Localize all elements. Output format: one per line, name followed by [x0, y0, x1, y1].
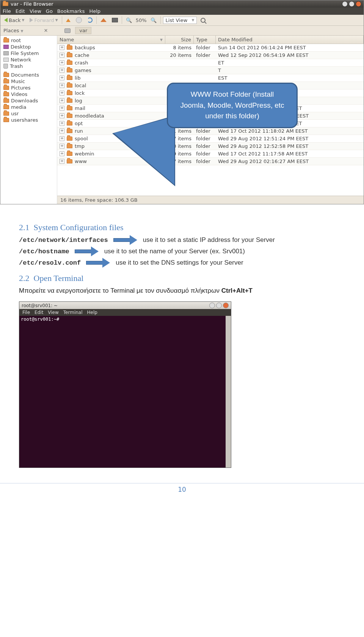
- breadcrumb[interactable]: var: [75, 27, 91, 34]
- col-date[interactable]: Date Modified: [216, 36, 364, 44]
- home-button[interactable]: [99, 17, 108, 23]
- file-name: run: [75, 128, 83, 134]
- maximize-icon[interactable]: [349, 1, 355, 7]
- folder-icon: [3, 86, 9, 90]
- menu-file[interactable]: File: [22, 310, 30, 315]
- maximize-icon[interactable]: [216, 303, 222, 308]
- annotation-callout: WWW Root Folder (Install Joomla, Moodle,…: [167, 83, 298, 128]
- expand-icon[interactable]: +: [60, 75, 64, 80]
- minimize-icon[interactable]: [209, 303, 215, 308]
- arrow-right-icon: [30, 18, 33, 22]
- sidebar-item-usershares[interactable]: usershares: [0, 117, 57, 123]
- config-path: /etc/hostname: [19, 248, 69, 255]
- config-row: /etc/hostname use it to set the name of …: [19, 248, 345, 255]
- file-size: 20 items: [165, 52, 194, 59]
- window-titlebar[interactable]: var - File Browser: [0, 0, 364, 8]
- menu-help[interactable]: Help: [89, 8, 100, 14]
- col-size[interactable]: Size: [165, 36, 194, 44]
- close-icon[interactable]: [356, 1, 361, 7]
- terminal-body[interactable]: root@srv001:~#: [19, 316, 231, 468]
- menu-help[interactable]: Help: [87, 310, 97, 315]
- col-name[interactable]: Name: [60, 37, 74, 42]
- menu-terminal[interactable]: Terminal: [63, 310, 83, 315]
- drive-icon[interactable]: [64, 28, 71, 33]
- expand-icon[interactable]: +: [60, 68, 64, 73]
- trash-icon: [3, 64, 8, 69]
- expand-icon[interactable]: +: [60, 113, 64, 118]
- search-button[interactable]: [199, 17, 207, 24]
- up-button[interactable]: [64, 18, 72, 23]
- menu-go[interactable]: Go: [46, 8, 53, 14]
- expand-icon[interactable]: +: [60, 45, 64, 50]
- sidebar-item-network[interactable]: Network: [0, 56, 57, 63]
- close-icon[interactable]: [223, 303, 229, 308]
- computer-button[interactable]: [110, 17, 119, 23]
- expand-icon[interactable]: +: [60, 53, 64, 58]
- table-row[interactable]: +crashET: [57, 59, 364, 67]
- sidebar-item-videos[interactable]: Videos: [0, 91, 57, 97]
- close-panel-icon[interactable]: ✕: [44, 28, 48, 33]
- sidebar-item-root[interactable]: root: [0, 37, 57, 44]
- folder-icon: [67, 99, 72, 103]
- sidebar-item-usr[interactable]: usr: [0, 110, 57, 117]
- file-size: [165, 74, 194, 82]
- file-date: Wed 29 Aug 2012 12:52:58 PM EEST: [216, 143, 364, 150]
- expand-icon[interactable]: +: [60, 98, 64, 103]
- forward-button[interactable]: Forward ▼: [28, 17, 59, 24]
- expand-icon[interactable]: +: [60, 136, 64, 141]
- terminal-prompt: root@srv001:~#: [21, 317, 59, 322]
- expand-icon[interactable]: +: [60, 121, 64, 126]
- expand-icon[interactable]: +: [60, 159, 64, 164]
- zoom-level: 50%: [136, 17, 147, 23]
- table-row[interactable]: +backups8 itemsfolderSun 14 Oct 2012 06:…: [57, 44, 364, 52]
- column-headers[interactable]: Name▼ Size Type Date Modified: [57, 36, 364, 44]
- back-button[interactable]: Back ▼: [3, 17, 26, 24]
- expand-icon[interactable]: +: [60, 106, 64, 111]
- table-row[interactable]: +gamesT: [57, 67, 364, 74]
- reload-button[interactable]: [86, 17, 94, 24]
- sidebar-item-filesystem[interactable]: File System: [0, 50, 57, 56]
- menu-view[interactable]: View: [48, 310, 58, 315]
- expand-icon[interactable]: +: [60, 91, 64, 96]
- expand-icon[interactable]: +: [60, 129, 64, 133]
- table-row[interactable]: +cache20 itemsfolderWed 12 Sep 2012 06:5…: [57, 52, 364, 59]
- expand-icon[interactable]: +: [60, 144, 64, 149]
- sidebar-item-trash[interactable]: Trash: [0, 63, 57, 69]
- table-row[interactable]: +webmin9 itemsfolderWed 17 Oct 2012 11:1…: [57, 150, 364, 158]
- menu-edit[interactable]: Edit: [16, 8, 25, 14]
- terminal-title: root@srv001: ~: [22, 303, 58, 308]
- sidebar-item-pictures[interactable]: Pictures: [0, 85, 57, 91]
- expand-icon[interactable]: +: [60, 60, 64, 65]
- places-dropdown[interactable]: Places ▼: [3, 28, 23, 33]
- view-mode-select[interactable]: List View▼: [163, 17, 197, 24]
- menu-file[interactable]: File: [3, 8, 11, 14]
- sidebar-item-desktop[interactable]: Desktop: [0, 44, 57, 50]
- table-row[interactable]: +tmp0 itemsfolderWed 29 Aug 2012 12:52:5…: [57, 143, 364, 150]
- folder-icon: [3, 92, 9, 96]
- sidebar-item-media[interactable]: media: [0, 104, 57, 110]
- minimize-icon[interactable]: [342, 1, 348, 7]
- terminal-titlebar[interactable]: root@srv001: ~: [19, 302, 231, 309]
- file-date: EST: [216, 74, 364, 82]
- sidebar-item-music[interactable]: Music: [0, 78, 57, 85]
- col-type[interactable]: Type: [194, 36, 216, 44]
- sidebar-item-documents[interactable]: Documents: [0, 72, 57, 78]
- table-row[interactable]: +www47 itemsfolderWed 29 Aug 2012 02:16:…: [57, 158, 364, 165]
- expand-icon[interactable]: +: [60, 83, 64, 88]
- folder-icon: [67, 152, 72, 156]
- zoom-out-button[interactable]: 🔍: [124, 17, 133, 24]
- expand-icon[interactable]: +: [60, 151, 64, 156]
- menu-bookmarks[interactable]: Bookmarks: [57, 8, 85, 14]
- status-bar: 16 items, Free space: 106.3 GB: [57, 196, 364, 204]
- table-row[interactable]: +spool7 itemsfolderWed 29 Aug 2012 12:51…: [57, 135, 364, 143]
- zoom-in-button[interactable]: 🔍: [149, 17, 158, 24]
- menu-edit[interactable]: Edit: [35, 310, 43, 315]
- computer-icon: [112, 18, 118, 22]
- sidebar-item-downloads[interactable]: Downloads: [0, 97, 57, 104]
- table-row[interactable]: +run31 itemsfolderWed 17 Oct 2012 11:18:…: [57, 127, 364, 135]
- config-path: /etc/network/interfaces: [19, 237, 108, 244]
- folder-icon: [67, 159, 72, 163]
- stop-button[interactable]: [74, 16, 83, 24]
- menu-view[interactable]: View: [30, 8, 41, 14]
- table-row[interactable]: +libEST: [57, 74, 364, 82]
